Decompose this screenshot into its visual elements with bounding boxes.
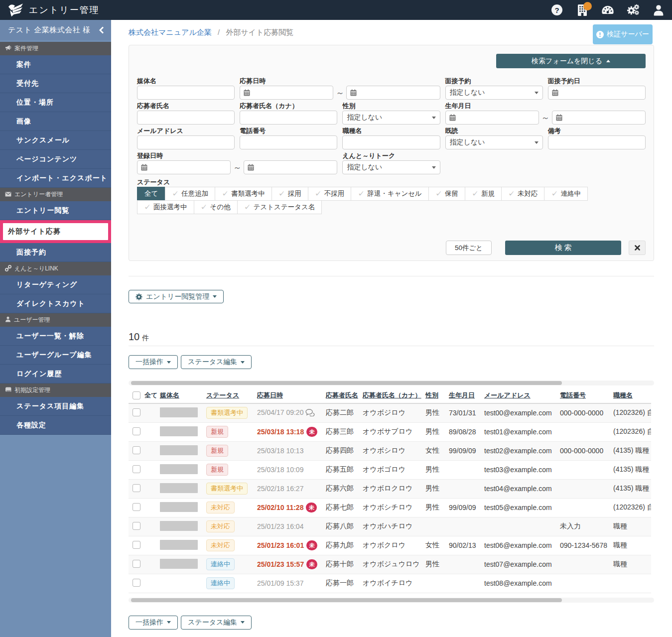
media-name-input[interactable] — [137, 86, 235, 100]
status-filter-面接選考中[interactable]: ✓面接選考中 — [137, 200, 194, 214]
user-icon[interactable] — [652, 4, 665, 16]
notification-dot — [583, 2, 592, 10]
status-edit-label: ステータス編集 — [188, 358, 237, 367]
bulk-action-button[interactable]: 一括操作 — [129, 616, 178, 630]
birthday-to-input[interactable] — [552, 111, 646, 125]
sidebar-item-thanks-mail[interactable]: サンクスメール — [0, 131, 111, 150]
phone-input[interactable] — [240, 135, 337, 149]
note-input[interactable] — [548, 135, 646, 149]
sort-name[interactable]: 応募者氏名 — [326, 391, 358, 399]
sidebar-item-image[interactable]: 画像 — [0, 112, 111, 131]
status-filter-保留[interactable]: ✓保留 — [428, 187, 465, 201]
gender-select[interactable] — [342, 111, 440, 125]
breadcrumb-link[interactable]: 株式会社マニュアル企業 — [129, 28, 212, 36]
sidebar-item-location[interactable]: 位置・場所 — [0, 93, 111, 112]
status-filter-新規[interactable]: ✓新規 — [465, 187, 502, 201]
status-filter-任意追加[interactable]: ✓任意追加 — [165, 187, 215, 201]
email-input[interactable] — [137, 135, 235, 149]
search-button[interactable]: 検 索 — [505, 241, 621, 255]
sidebar-item-user-group-edit[interactable]: ユーザーグループ編集 — [0, 346, 111, 365]
cell-select — [129, 574, 157, 593]
status-filter-不採用[interactable]: ✓不採用 — [308, 187, 352, 201]
gears-icon[interactable] — [627, 4, 640, 16]
row-checkbox[interactable] — [133, 408, 140, 416]
scrollbar-handle[interactable] — [131, 381, 562, 385]
sort-media[interactable]: 媒体名 — [160, 391, 179, 399]
interview-reserve-select[interactable] — [445, 86, 543, 100]
applicant-kana-input[interactable] — [240, 111, 337, 125]
birthday-from-input[interactable] — [445, 111, 539, 125]
sort-status[interactable]: ステータス — [206, 391, 239, 399]
sidebar-item-retargeting[interactable]: リターゲティング — [0, 275, 111, 294]
cell-phone — [557, 555, 610, 574]
clear-search-button[interactable] — [629, 241, 646, 255]
cell-status: 新規 — [203, 460, 254, 479]
chat-icon[interactable] — [305, 410, 315, 418]
sort-kana[interactable]: 応募者氏名（カナ） — [363, 391, 421, 399]
sidebar-item-external-site-applications[interactable]: 外部サイト応募 — [0, 220, 111, 243]
tachometer-icon[interactable] — [601, 4, 614, 16]
sort-datetime[interactable]: 応募日時 — [257, 391, 283, 399]
row-checkbox[interactable] — [133, 427, 140, 435]
row-checkbox[interactable] — [133, 522, 140, 530]
apply-datetime-from-input[interactable] — [240, 86, 333, 100]
status-filter-連絡中[interactable]: ✓連絡中 — [544, 187, 588, 201]
row-checkbox[interactable] — [133, 503, 140, 511]
sidebar-item-various-settings[interactable]: 各種設定 — [0, 416, 111, 435]
row-checkbox[interactable] — [133, 560, 140, 568]
applicant-name-input[interactable] — [137, 111, 235, 125]
sort-phone[interactable]: 電話番号 — [560, 391, 586, 399]
sidebar-item-login-history[interactable]: ログイン履歴 — [0, 365, 111, 383]
sidebar-item-case[interactable]: 案件 — [0, 55, 111, 74]
bulk-action-button[interactable]: 一括操作 — [129, 355, 178, 369]
building-icon[interactable] — [576, 4, 589, 16]
entori-talk-select[interactable] — [342, 160, 440, 174]
table-row: 新規25/03/18 13:18未応募三郎オウボサブロウ男性89/08/28te… — [129, 422, 651, 441]
status-filter-テストステータス名[interactable]: ✓テストステータス名 — [237, 200, 322, 214]
sort-job[interactable]: 職種名 — [613, 391, 633, 399]
per-page-select[interactable]: 50件ごと — [446, 241, 492, 255]
sidebar-item-interview-reservation[interactable]: 面接予約 — [0, 243, 111, 262]
scrollbar-handle[interactable] — [131, 598, 562, 602]
sidebar-item-direct-scout[interactable]: ダイレクトスカウト — [0, 294, 111, 313]
status-filter-書類選考中[interactable]: ✓書類選考中 — [215, 187, 272, 201]
row-checkbox[interactable] — [133, 484, 140, 492]
status-filter-その他[interactable]: ✓その他 — [194, 200, 238, 214]
status-filter-辞退・キャンセル[interactable]: ✓辞退・キャンセル — [351, 187, 429, 201]
entries-table-wrap: 全て 媒体名 ステータス 応募日時 応募者氏名 応募者氏名（カナ） 性別 生年月… — [129, 388, 651, 593]
register-datetime-from-input[interactable] — [137, 160, 231, 174]
status-filter-全て[interactable]: 全て — [137, 187, 165, 201]
sidebar-item-user-list[interactable]: ユーザー一覧・解除 — [0, 327, 111, 346]
interview-date-input[interactable] — [548, 86, 646, 100]
sidebar-item-import-export[interactable]: インポート・エクスポート — [0, 169, 111, 188]
row-checkbox[interactable] — [133, 446, 140, 454]
sort-email[interactable]: メールアドレス — [484, 391, 531, 399]
sidebar-item-reception[interactable]: 受付先 — [0, 74, 111, 93]
select-all-checkbox[interactable] — [133, 391, 140, 399]
sidebar-company-toggle[interactable]: テスト 企業株式会社 様 — [0, 20, 111, 40]
entry-view-manage-button[interactable]: エントリー閲覧管理 — [129, 290, 224, 303]
cell-birth — [446, 574, 481, 593]
status-filter-label: 不採用 — [324, 189, 345, 198]
sidebar-section-label: エントリー者管理 — [14, 190, 63, 199]
row-checkbox[interactable] — [133, 579, 140, 587]
job-name-input[interactable] — [342, 135, 440, 149]
sort-birth[interactable]: 生年月日 — [449, 391, 475, 399]
status-edit-button[interactable]: ステータス編集 — [181, 355, 252, 369]
apply-datetime-to-input[interactable] — [346, 86, 440, 100]
sort-gender[interactable]: 性別 — [425, 391, 438, 399]
question-circle-icon[interactable]: ? — [550, 4, 563, 16]
status-edit-button[interactable]: ステータス編集 — [181, 616, 252, 630]
row-checkbox[interactable] — [133, 541, 140, 549]
status-filter-未対応[interactable]: ✓未対応 — [501, 187, 545, 201]
sidebar-item-status-item-edit[interactable]: ステータス項目編集 — [0, 397, 111, 416]
read-select[interactable] — [445, 135, 543, 149]
row-checkbox[interactable] — [133, 465, 140, 473]
sidebar-item-page-contents[interactable]: ページコンテンツ — [0, 150, 111, 169]
close-search-form-button[interactable]: 検索フォームを閉じる — [496, 54, 646, 68]
table-actions-top: 一括操作 ステータス編集 — [129, 355, 654, 369]
sidebar-item-entry-view[interactable]: エントリー閲覧 — [0, 201, 111, 220]
register-datetime-to-input[interactable] — [244, 160, 337, 174]
info-circle-icon — [596, 31, 604, 38]
status-filter-採用[interactable]: ✓採用 — [271, 187, 308, 201]
